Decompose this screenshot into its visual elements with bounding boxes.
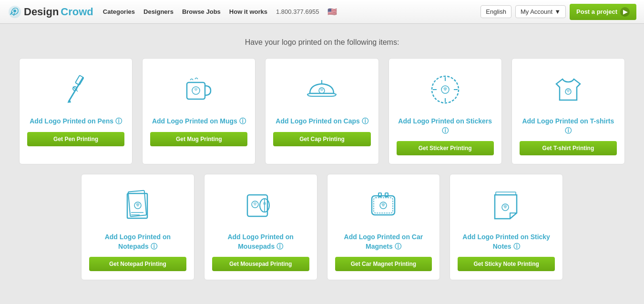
- item-title: Add Logo Printed on T-shirts ⓘ: [520, 117, 617, 135]
- arrow-right-icon: ▶: [620, 7, 630, 17]
- item-title: Add Logo Printed on Stickers ⓘ: [397, 117, 494, 135]
- item-card: Add Logo Printed on Pens ⓘGet Pen Printi…: [19, 58, 133, 164]
- svg-point-1: [13, 10, 16, 12]
- item-card: Add Logo Printed on Mugs ⓘGet Mug Printi…: [142, 58, 256, 164]
- cap-icon: [303, 68, 341, 111]
- dropdown-arrow-icon: ▼: [554, 8, 561, 15]
- flag-icon: 🇺🇸: [327, 7, 337, 16]
- item-get-button[interactable]: Get Car Magnet Printing: [335, 257, 432, 271]
- pen-icon: [57, 68, 95, 111]
- nav-categories[interactable]: Categories: [103, 8, 135, 15]
- account-label: My Account: [521, 8, 552, 15]
- item-card: Add Logo Printed on Sticky Notes ⓘGet St…: [450, 174, 563, 280]
- item-title: Add Logo Printed on Pens ⓘ: [30, 117, 122, 126]
- item-title: Add Logo Printed on Caps ⓘ: [276, 117, 368, 126]
- phone-number: 1.800.377.6955: [276, 8, 319, 15]
- items-row-2: Add Logo Printed on Notepads ⓘGet Notepa…: [19, 174, 625, 280]
- logo-design-text: Design: [24, 6, 59, 18]
- item-get-button[interactable]: Get T-shirt Printing: [520, 141, 617, 155]
- post-project-button[interactable]: Post a project ▶: [570, 4, 636, 20]
- items-row-1: Add Logo Printed on Pens ⓘGet Pen Printi…: [19, 58, 625, 164]
- post-project-label: Post a project: [576, 8, 617, 15]
- tshirt-icon: [549, 68, 587, 111]
- item-title: Add Logo Printed on Car Magnets ⓘ: [335, 233, 432, 251]
- nav-how-it-works[interactable]: How it works: [229, 8, 267, 15]
- item-title: Add Logo Printed on Sticky Notes ⓘ: [458, 233, 555, 251]
- item-card: Add Logo Printed on T-shirts ⓘGet T-shir…: [511, 58, 625, 164]
- item-get-button[interactable]: Get Mousepad Printing: [212, 257, 309, 271]
- logo[interactable]: DesignCrowd: [8, 5, 93, 19]
- item-get-button[interactable]: Get Sticker Printing: [397, 141, 494, 155]
- nav-browse-jobs[interactable]: Browse Jobs: [182, 8, 221, 15]
- item-title: Add Logo Printed on Mugs ⓘ: [152, 117, 246, 126]
- item-get-button[interactable]: Get Mug Printing: [150, 132, 247, 146]
- magnet-icon: [364, 184, 402, 227]
- svg-point-24: [263, 202, 266, 205]
- stickynote-icon: [487, 184, 525, 227]
- logo-crowd-text: Crowd: [61, 6, 93, 18]
- english-button[interactable]: English: [480, 5, 511, 18]
- item-card: Add Logo Printed on Notepads ⓘGet Notepa…: [81, 174, 194, 280]
- item-card: Add Logo Printed on Stickers ⓘGet Sticke…: [388, 58, 502, 164]
- account-button[interactable]: My Account ▼: [515, 5, 566, 18]
- item-get-button[interactable]: Get Pen Printing: [27, 132, 124, 146]
- item-title: Add Logo Printed on Mousepads ⓘ: [212, 233, 309, 251]
- notepad-icon: [119, 184, 157, 227]
- header-right: English My Account ▼ Post a project ▶: [480, 4, 636, 20]
- mug-icon: [180, 68, 218, 111]
- main-nav: Categories Designers Browse Jobs How it …: [103, 7, 471, 16]
- main-header: DesignCrowd Categories Designers Browse …: [0, 0, 644, 24]
- nav-designers[interactable]: Designers: [143, 8, 174, 15]
- item-title: Add Logo Printed on Notepads ⓘ: [89, 233, 186, 251]
- mousepad-icon: [242, 184, 280, 227]
- logo-icon: [8, 5, 22, 19]
- item-card: Add Logo Printed on Mousepads ⓘGet Mouse…: [204, 174, 317, 280]
- item-card: Add Logo Printed on Car Magnets ⓘGet Car…: [327, 174, 440, 280]
- page-subtitle: Have your logo printed on the following …: [19, 38, 625, 47]
- item-get-button[interactable]: Get Cap Printing: [273, 132, 370, 146]
- item-card: Add Logo Printed on Caps ⓘGet Cap Printi…: [265, 58, 378, 164]
- sticker-icon: [426, 68, 464, 111]
- item-get-button[interactable]: Get Notepad Printing: [89, 257, 186, 271]
- main-content: Have your logo printed on the following …: [0, 24, 644, 294]
- item-get-button[interactable]: Get Sticky Note Printing: [458, 257, 555, 271]
